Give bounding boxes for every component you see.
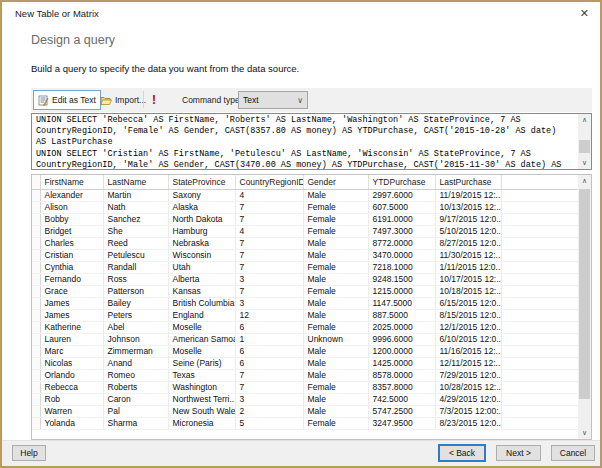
table-row[interactable]: JamesPetersEngland12Male887.50008/15/201… (32, 309, 578, 321)
grid-cell: Washington (168, 381, 235, 393)
command-type-value: Text (243, 95, 259, 105)
grid-scrollbar-thumb[interactable] (579, 189, 590, 399)
command-type-select[interactable]: Text ∨ (238, 91, 308, 109)
table-row[interactable]: KatherineAbelMoselle6Female2025.000012/1… (32, 321, 578, 333)
grid-cell: 6/15/2015 12:0... (435, 297, 501, 309)
row-header (32, 417, 40, 429)
query-scrollbar-thumb[interactable] (579, 140, 590, 153)
grid-cell-filler (501, 297, 578, 309)
grid-cell: 4 (235, 225, 303, 237)
grid-cell: 8/27/2015 12:0... (435, 237, 501, 249)
grid-body: AlexanderMartinSaxony4Male2997.600011/19… (32, 189, 578, 429)
grid-cell: 7 (235, 213, 303, 225)
edit-as-text-button[interactable]: Edit as Text (33, 90, 101, 110)
grid-cell: 6/10/2015 12:0... (435, 333, 501, 345)
table-row[interactable]: GracePattersonKansas7Female1215.000010/1… (32, 285, 578, 297)
back-button[interactable]: < Back (439, 445, 485, 461)
grid-cell: 8578.0000 (368, 369, 435, 381)
query-text[interactable]: UNION SELECT 'Rebecca' AS FirstName, 'Ro… (32, 114, 578, 169)
grid-cell: Ross (103, 273, 168, 285)
row-header (32, 321, 40, 333)
grid-cell: Patterson (103, 285, 168, 297)
scroll-down-icon[interactable]: ∨ (578, 427, 591, 439)
grid-cell: 7 (235, 285, 303, 297)
grid-cell-filler (501, 249, 578, 261)
table-row[interactable]: CharlesReedNebraska7Male8772.00008/27/20… (32, 237, 578, 249)
grid-cell: James (40, 297, 103, 309)
row-header (32, 237, 40, 249)
cancel-button[interactable]: Cancel (551, 445, 595, 461)
grid-cell: Seine (Paris) (168, 357, 235, 369)
grid-cell: Bailey (103, 297, 168, 309)
grid-cell: Saxony (168, 189, 235, 201)
table-row[interactable]: MarcZimmermanMoselle6Male1200.000011/16/… (32, 345, 578, 357)
table-row[interactable]: WarrenPalNew South Wales2Male5747.25007/… (32, 405, 578, 417)
grid-cell: Moselle (168, 321, 235, 333)
table-row[interactable]: YolandaSharmaMicronesia5Female3247.95008… (32, 417, 578, 429)
scroll-up-icon[interactable]: ∧ (578, 175, 591, 187)
grid-cell: Roberts (103, 381, 168, 393)
grid-cell: Johnson (103, 333, 168, 345)
column-header-lastname: LastName (103, 175, 168, 189)
query-scrollbar[interactable]: ∧ ∨ (578, 114, 591, 169)
grid-cell: Male (303, 273, 368, 285)
grid-cell-filler (501, 309, 578, 321)
grid-cell: 4 (235, 189, 303, 201)
grid-cell: Male (303, 369, 368, 381)
grid-cell: 12 (235, 309, 303, 321)
grid-cell: 8/15/2015 12:0... (435, 309, 501, 321)
table-row[interactable]: AlexanderMartinSaxony4Male2997.600011/19… (32, 189, 578, 201)
grid-cell-filler (501, 369, 578, 381)
table-row[interactable]: BobbySanchezNorth Dakota7Female6191.0000… (32, 213, 578, 225)
next-button[interactable]: Next > (496, 445, 541, 461)
row-header (32, 273, 40, 285)
row-header (32, 201, 40, 213)
grid-cell: Northwest Terri... (168, 393, 235, 405)
grid-cell: Yolanda (40, 417, 103, 429)
grid-cell-filler (501, 189, 578, 201)
close-icon[interactable]: ✕ (580, 6, 589, 20)
grid-cell: Female (303, 201, 368, 213)
grid-cell: 3 (235, 297, 303, 309)
row-header (32, 249, 40, 261)
table-row[interactable]: RebeccaRobertsWashington7Female8357.8000… (32, 381, 578, 393)
table-row[interactable]: NicolasAnandSeine (Paris)6Male1425.00001… (32, 357, 578, 369)
grid-cell: 6191.0000 (368, 213, 435, 225)
row-header (32, 369, 40, 381)
page-title: Design a query (31, 33, 115, 47)
grid-cell: 10/18/2015 12:... (435, 285, 501, 297)
grid-cell: Bobby (40, 213, 103, 225)
grid-cell-filler (501, 381, 578, 393)
grid-cell: Zimmerman (103, 345, 168, 357)
grid-cell: Katherine (40, 321, 103, 333)
grid-scrollbar[interactable]: ∧ ∨ (578, 175, 591, 439)
command-type-label: Command type: (182, 95, 242, 105)
table-row[interactable]: BridgetSheHamburg4Female7497.30005/10/20… (32, 225, 578, 237)
grid-cell: 4/29/2015 12:0... (435, 393, 501, 405)
row-header (32, 297, 40, 309)
help-button[interactable]: Help (12, 445, 46, 461)
grid-cell: Female (303, 225, 368, 237)
grid-cell: Lauren (40, 333, 103, 345)
table-row[interactable]: FernandoRossAlberta3Male9248.150010/17/2… (32, 273, 578, 285)
grid-cell: 7497.3000 (368, 225, 435, 237)
run-query-icon[interactable]: ! (148, 90, 160, 110)
table-row[interactable]: CynthiaRandallUtah7Female7218.10001/11/2… (32, 261, 578, 273)
table-row[interactable]: JamesBaileyBritish Columbia3Male1147.500… (32, 297, 578, 309)
table-row[interactable]: LaurenJohnsonAmerican Samoa1Unknown9996.… (32, 333, 578, 345)
table-row[interactable]: RobCaronNorthwest Terri...3Male742.50004… (32, 393, 578, 405)
grid-cell: England (168, 309, 235, 321)
column-header-countryregionid: CountryRegionID (235, 175, 303, 189)
grid-cell: 8772.0000 (368, 237, 435, 249)
grid-cell: Sanchez (103, 213, 168, 225)
grid-cell: Nebraska (168, 237, 235, 249)
grid-cell: Marc (40, 345, 103, 357)
table-row[interactable]: OrlandoRomeoTexas7Male8578.00007/29/2015… (32, 369, 578, 381)
query-text-editor[interactable]: UNION SELECT 'Rebecca' AS FirstName, 'Ro… (31, 113, 592, 170)
grid-cell: American Samoa (168, 333, 235, 345)
table-row[interactable]: CristianPetulescuWisconsin7Male3470.0000… (32, 249, 578, 261)
page-description: Build a query to specify the data you wa… (31, 63, 299, 74)
scroll-up-icon[interactable]: ∧ (578, 114, 591, 126)
scroll-down-icon[interactable]: ∨ (578, 157, 591, 169)
table-row[interactable]: AlisonNathAlaska7Female607.500010/13/201… (32, 201, 578, 213)
